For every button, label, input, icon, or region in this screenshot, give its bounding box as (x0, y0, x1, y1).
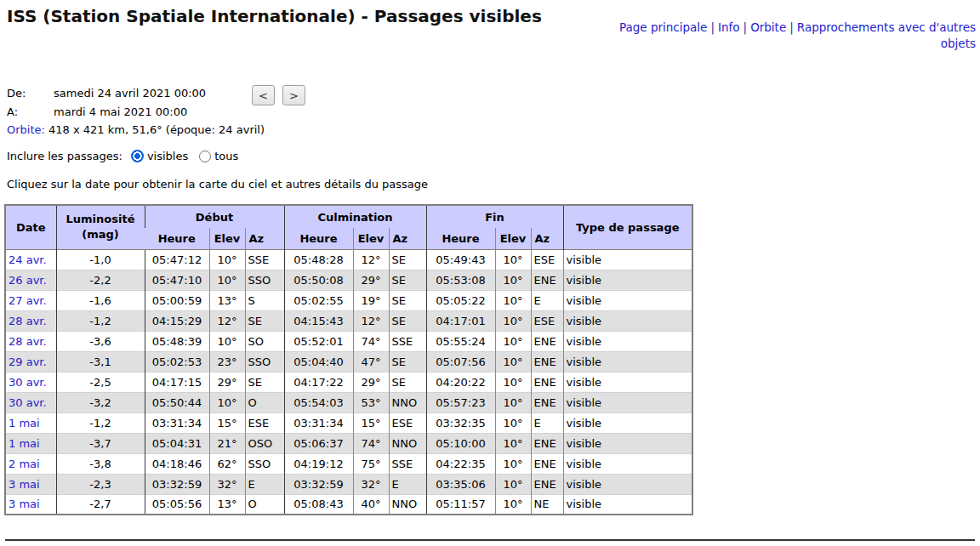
previous-period-button[interactable]: < (252, 85, 275, 105)
pass-culm-elev-cell: 74° (353, 331, 389, 351)
nav-separator: | (740, 20, 751, 34)
header-end-elev: Elev (495, 228, 531, 249)
pass-magnitude-cell: -2,3 (56, 474, 145, 494)
pass-row: 29 avr. -3,1 05:02:53 23° SSO 05:04:40 4… (5, 351, 692, 372)
header-end-time: Heure (426, 228, 495, 249)
pass-start-time-cell: 04:15:29 (145, 310, 209, 331)
pass-date-link[interactable]: 27 avr. (9, 294, 47, 307)
pass-end-elev-cell: 10° (495, 453, 531, 474)
pass-date-link[interactable]: 24 avr. (9, 253, 47, 266)
pass-row: 24 avr. -1,0 05:47:12 10° SSE 05:48:28 1… (5, 249, 692, 270)
orbit-link[interactable]: Orbite: (7, 123, 45, 136)
pass-date-link[interactable]: 28 avr. (9, 315, 47, 327)
pass-date-cell: 24 avr. (5, 249, 56, 270)
header-culm-az: Az (389, 228, 426, 249)
pass-row: 30 avr. -3,2 05:50:44 10° O 05:54:03 53°… (5, 392, 692, 412)
pass-end-elev-cell: 10° (495, 249, 531, 270)
pass-start-elev-cell: 10° (209, 270, 245, 290)
nav-link-main-page[interactable]: Page principale (619, 20, 707, 34)
pass-magnitude-cell: -1,6 (56, 290, 145, 310)
pass-end-time-cell: 05:11:57 (426, 494, 495, 515)
pass-end-elev-cell: 10° (495, 392, 531, 412)
header-culm-time: Heure (284, 228, 353, 249)
pass-culm-time-cell: 03:32:59 (284, 474, 353, 494)
pass-culm-elev-cell: 40° (353, 494, 389, 515)
pass-type-cell: visible (563, 351, 692, 372)
radio-visible[interactable] (131, 150, 144, 162)
orbit-value: 418 x 421 km, 51,6° (époque: 24 avril) (45, 123, 265, 136)
pass-row: 2 mai -3,8 04:18:46 62° SSO 04:19:12 75°… (5, 453, 692, 474)
pass-culm-time-cell: 04:17:22 (284, 372, 353, 392)
pass-culm-az-cell: SE (389, 249, 426, 270)
pass-end-elev-cell: 10° (495, 474, 531, 494)
pass-start-az-cell: O (245, 494, 284, 515)
pass-end-time-cell: 05:53:08 (426, 270, 495, 290)
pass-magnitude-cell: -2,7 (56, 494, 145, 515)
pass-culm-az-cell: SSE (389, 453, 426, 474)
pass-date-cell: 28 avr. (5, 310, 56, 331)
pass-end-time-cell: 03:35:06 (426, 474, 495, 494)
pass-end-time-cell: 05:57:23 (426, 392, 495, 412)
header-magnitude: Luminosité (mag) (56, 205, 145, 249)
pass-culm-az-cell: ESE (389, 412, 426, 433)
pass-start-elev-cell: 62° (209, 453, 245, 474)
pass-start-az-cell: OSO (245, 433, 284, 453)
pass-end-az-cell: ENE (531, 453, 563, 474)
pass-date-cell: 2 mai (5, 453, 56, 474)
pass-end-elev-cell: 10° (495, 372, 531, 392)
pass-end-time-cell: 04:22:35 (426, 453, 495, 474)
pass-type-cell: visible (563, 310, 692, 331)
pass-culm-time-cell: 03:31:34 (284, 412, 353, 433)
pass-date-link[interactable]: 2 mai (9, 458, 40, 470)
pass-start-az-cell: O (245, 392, 284, 412)
pass-start-time-cell: 05:04:31 (145, 433, 209, 453)
nav-link-orbit[interactable]: Orbite (750, 20, 786, 34)
pass-start-time-cell: 05:50:44 (145, 392, 209, 412)
pass-end-az-cell: ENE (531, 270, 563, 290)
nav-link-close-approaches[interactable]: Rapprochements avec d'autres objets (797, 20, 976, 50)
pass-date-link[interactable]: 1 mai (9, 437, 40, 450)
header-start-elev: Elev (209, 228, 245, 249)
pass-end-az-cell: ENE (531, 433, 563, 453)
pass-end-time-cell: 05:07:56 (426, 351, 495, 372)
pass-type-cell: visible (563, 249, 692, 270)
pass-start-time-cell: 05:48:39 (145, 331, 209, 351)
pass-start-elev-cell: 10° (209, 392, 245, 412)
bottom-divider (5, 539, 975, 541)
pass-start-az-cell: SSO (245, 453, 284, 474)
pass-date-link[interactable]: 29 avr. (9, 355, 47, 368)
pass-date-link[interactable]: 30 avr. (9, 396, 47, 409)
nav-link-info[interactable]: Info (718, 20, 740, 34)
header-magnitude-line2: (mag) (60, 227, 142, 242)
pass-start-time-cell: 05:00:59 (145, 290, 209, 310)
pass-date-link[interactable]: 30 avr. (9, 376, 47, 389)
pass-start-time-cell: 03:32:59 (145, 474, 209, 494)
header-magnitude-line1: Luminosité (60, 212, 142, 227)
pass-start-time-cell: 03:31:34 (145, 412, 209, 433)
pass-culm-elev-cell: 29° (353, 270, 389, 290)
pass-end-elev-cell: 10° (495, 494, 531, 515)
pass-end-time-cell: 05:05:22 (426, 290, 495, 310)
pass-start-time-cell: 04:18:46 (145, 453, 209, 474)
pass-end-time-cell: 05:49:43 (426, 249, 495, 270)
next-period-button[interactable]: > (282, 85, 305, 105)
from-label: De: (7, 84, 54, 103)
pass-end-az-cell: E (531, 412, 563, 433)
pass-culm-elev-cell: 12° (353, 310, 389, 331)
pass-culm-az-cell: SE (389, 310, 426, 331)
pass-magnitude-cell: -2,5 (56, 372, 145, 392)
pass-culm-az-cell: E (389, 474, 426, 494)
pass-culm-az-cell: SSE (389, 331, 426, 351)
pass-type-cell: visible (563, 372, 692, 392)
pass-date-link[interactable]: 1 mai (9, 417, 40, 429)
include-passes-label: Inclure les passages: (7, 150, 122, 162)
pass-start-elev-cell: 10° (209, 249, 245, 270)
pass-date-link[interactable]: 28 avr. (9, 335, 47, 348)
pass-type-cell: visible (563, 433, 692, 453)
radio-all[interactable] (199, 151, 211, 162)
pass-date-cell: 26 avr. (5, 270, 56, 290)
pass-culm-elev-cell: 12° (353, 249, 389, 270)
pass-date-link[interactable]: 26 avr. (9, 274, 47, 287)
pass-date-link[interactable]: 3 mai (9, 478, 40, 491)
pass-date-link[interactable]: 3 mai (9, 498, 40, 510)
